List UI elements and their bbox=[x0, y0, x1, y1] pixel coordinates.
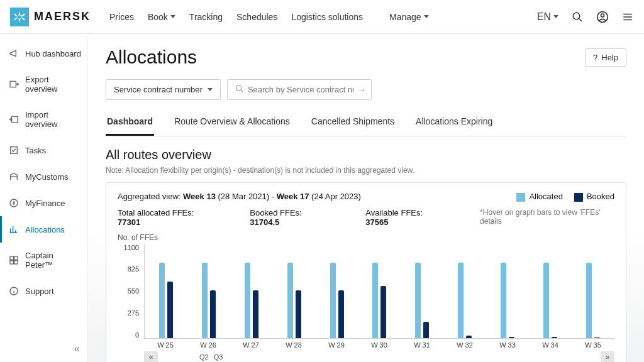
tab-route-overview[interactable]: Route Overview & Allocations bbox=[173, 111, 291, 136]
allocated-bar[interactable] bbox=[458, 263, 464, 337]
nav-manage[interactable]: Manage bbox=[389, 12, 429, 22]
stats-row: Total allocated FFEs: 77301 Booked FFEs:… bbox=[118, 208, 614, 227]
sidebar-item-label: MyCustoms bbox=[25, 172, 69, 182]
sidebar: Hub dashboard Export overview Import ove… bbox=[0, 34, 88, 362]
bar-group[interactable] bbox=[273, 244, 316, 338]
bar-group[interactable] bbox=[316, 244, 358, 338]
scroll-left-button[interactable]: « bbox=[144, 351, 158, 362]
booked-bar[interactable] bbox=[167, 282, 173, 337]
svg-marker-4 bbox=[14, 17, 18, 21]
tab-cancelled[interactable]: Cancelled Shipments bbox=[310, 111, 396, 136]
search-icon bbox=[235, 84, 244, 95]
aggregated-view-text: Aggregated view: Week 13 (28 Mar 2021) -… bbox=[118, 192, 361, 201]
sidebar-item-mycustoms[interactable]: MyCustoms bbox=[0, 163, 87, 190]
booked-bar[interactable] bbox=[210, 290, 216, 338]
allocated-bar[interactable] bbox=[372, 263, 378, 337]
tab-expiring[interactable]: Allocations Expiring bbox=[414, 111, 494, 136]
svg-rect-14 bbox=[12, 116, 18, 122]
hover-hint: *Hover on graph bars to view 'FFEs' deta… bbox=[480, 208, 614, 227]
sidebar-item-hub-dashboard[interactable]: Hub dashboard bbox=[0, 40, 87, 67]
nav-logistics[interactable]: Logistics solutions bbox=[291, 12, 363, 22]
bar-group[interactable] bbox=[401, 244, 443, 338]
sidebar-item-label: Allocations bbox=[25, 225, 65, 234]
allocated-bar[interactable] bbox=[159, 263, 165, 337]
allocated-bar[interactable] bbox=[501, 263, 506, 337]
bar-group[interactable] bbox=[187, 244, 230, 338]
allocated-bar[interactable] bbox=[543, 263, 549, 337]
x-axis-labels: W 25W 26W 27W 28W 29W 30W 31W 32W 33W 34… bbox=[144, 341, 614, 349]
allocated-swatch bbox=[516, 193, 525, 202]
allocated-bar[interactable] bbox=[586, 263, 592, 337]
booked-bar[interactable] bbox=[338, 290, 344, 338]
submit-arrow-icon[interactable]: → bbox=[357, 85, 366, 95]
collapse-sidebar-button[interactable]: « bbox=[74, 343, 80, 354]
chevron-down-icon bbox=[424, 15, 429, 18]
service-contract-dropdown[interactable]: Service contract number bbox=[106, 79, 221, 100]
total-allocated: Total allocated FFEs: 77301 bbox=[118, 208, 212, 227]
language-selector[interactable]: EN bbox=[537, 11, 558, 23]
svg-rect-13 bbox=[10, 81, 16, 87]
sidebar-item-tasks[interactable]: Tasks bbox=[0, 137, 87, 163]
booked-bar[interactable] bbox=[380, 286, 386, 338]
svg-marker-1 bbox=[21, 13, 25, 17]
booked-bar[interactable] bbox=[296, 290, 301, 338]
sidebar-item-captain-peter[interactable]: Captain Peter™ bbox=[0, 243, 87, 278]
nav-prices[interactable]: Prices bbox=[109, 12, 134, 22]
tab-dashboard[interactable]: Dashboard bbox=[106, 111, 154, 136]
sidebar-item-support[interactable]: Support bbox=[0, 278, 87, 304]
booked-bar[interactable] bbox=[423, 322, 429, 338]
allocated-bar[interactable] bbox=[415, 263, 421, 337]
svg-line-29 bbox=[241, 90, 243, 92]
booked-bar[interactable] bbox=[552, 337, 557, 337]
sidebar-item-import[interactable]: Import overview bbox=[0, 102, 87, 137]
allocated-bar[interactable] bbox=[287, 263, 293, 337]
allocated-bar[interactable] bbox=[330, 263, 336, 337]
chevron-down-icon bbox=[553, 15, 558, 18]
svg-marker-3 bbox=[18, 18, 21, 22]
nav-book[interactable]: Book bbox=[148, 12, 175, 22]
menu-icon[interactable] bbox=[621, 11, 634, 23]
allocated-bar[interactable] bbox=[202, 263, 208, 337]
dashboard-icon bbox=[9, 255, 19, 265]
allocated-bar[interactable] bbox=[245, 263, 250, 337]
help-icon: ? bbox=[593, 53, 597, 62]
top-bar: MAERSK Prices Book Tracking Schedules Lo… bbox=[0, 0, 644, 34]
bar-group[interactable] bbox=[572, 244, 614, 338]
bar-group[interactable] bbox=[358, 244, 401, 338]
svg-marker-5 bbox=[14, 13, 18, 17]
nav-tracking[interactable]: Tracking bbox=[189, 12, 223, 22]
booked-bar[interactable] bbox=[509, 337, 514, 338]
section-title: All routes overview bbox=[106, 148, 626, 162]
nav-schedules[interactable]: Schedules bbox=[236, 12, 277, 22]
search-icon[interactable] bbox=[571, 11, 584, 23]
x-tick: W 31 bbox=[401, 341, 443, 349]
sidebar-item-allocations[interactable]: Allocations bbox=[0, 216, 87, 243]
sidebar-item-export[interactable]: Export overview bbox=[0, 67, 87, 102]
search-input[interactable] bbox=[244, 80, 357, 99]
bar-group[interactable] bbox=[529, 244, 572, 338]
bar-group[interactable] bbox=[230, 244, 273, 338]
finance-icon bbox=[9, 198, 19, 208]
booked-bar[interactable] bbox=[466, 336, 472, 338]
x-tick: W 33 bbox=[486, 341, 529, 349]
bar-group[interactable] bbox=[486, 244, 529, 338]
booked-swatch bbox=[574, 193, 583, 202]
booked-bar[interactable] bbox=[594, 337, 600, 338]
svg-rect-22 bbox=[14, 256, 18, 260]
megaphone-icon bbox=[9, 48, 19, 58]
tasks-icon bbox=[9, 145, 19, 155]
account-icon[interactable] bbox=[596, 11, 609, 23]
chevron-down-icon bbox=[208, 88, 213, 91]
sidebar-item-myfinance[interactable]: MyFinance bbox=[0, 190, 87, 216]
info-icon bbox=[9, 286, 19, 296]
chart-plot[interactable] bbox=[144, 244, 614, 339]
help-button[interactable]: ?Help bbox=[585, 48, 626, 67]
svg-point-28 bbox=[236, 85, 242, 90]
chevron-down-icon bbox=[170, 15, 175, 18]
bar-group[interactable] bbox=[443, 244, 486, 338]
scroll-right-button[interactable]: » bbox=[601, 351, 614, 362]
sidebar-item-label: Tasks bbox=[25, 146, 46, 155]
booked-bar[interactable] bbox=[253, 290, 258, 338]
bar-group[interactable] bbox=[145, 244, 187, 338]
chart-legend: Allocated Booked bbox=[516, 192, 614, 202]
